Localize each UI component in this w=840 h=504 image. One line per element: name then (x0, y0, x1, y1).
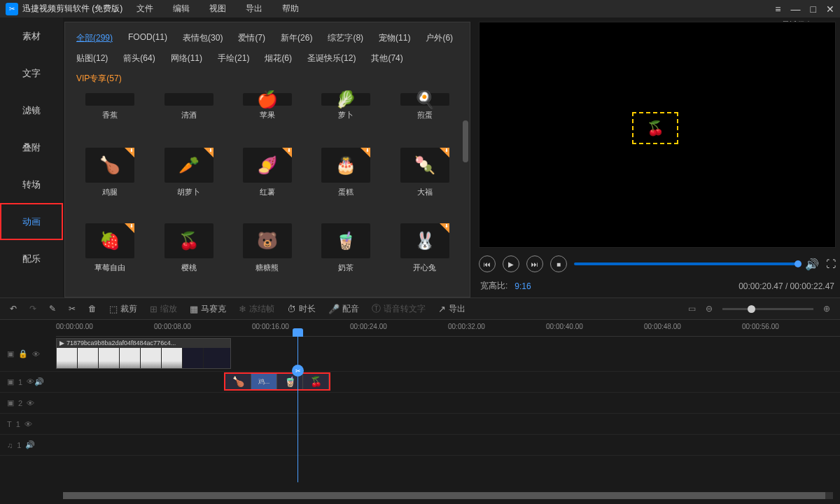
category-tab[interactable]: 综艺字(8) (328, 32, 363, 44)
sidebar-item-animation[interactable]: 动画 (0, 203, 63, 240)
asset-item[interactable]: 🍒樱桃 (155, 223, 222, 294)
audio-track-icon: ♫ (7, 441, 13, 449)
fullscreen-icon[interactable]: ⛶ (826, 258, 836, 270)
close-icon[interactable]: ✕ (826, 4, 834, 15)
category-tab[interactable]: 表情包(30) (183, 32, 223, 44)
delete-button[interactable]: 🗑 (88, 304, 97, 314)
category-tab[interactable]: 贴图(12) (76, 52, 108, 64)
asset-item[interactable]: 🍡大福 (391, 148, 458, 218)
sidebar-item-music[interactable]: 配乐 (0, 240, 63, 277)
track-controls-icon[interactable]: 👁 (24, 420, 32, 428)
cut-button[interactable]: ✂ (69, 304, 76, 314)
redo-button[interactable]: ↷ (29, 304, 36, 314)
asset-item[interactable]: 🥬萝卜 (312, 93, 379, 142)
video-clip[interactable]: ▶71879bca9b8ba2daf04f8484ac776c4... (56, 338, 231, 369)
next-frame-button[interactable]: ⏭ (526, 255, 543, 272)
ruler-tick: 00:00:00.00 (56, 323, 93, 330)
download-badge-icon (360, 148, 370, 158)
anim-clip-2[interactable]: 鸡... (251, 374, 277, 389)
category-tab[interactable]: VIP专享(57) (76, 73, 122, 85)
asset-item[interactable]: 🧋奶茶 (312, 223, 379, 294)
fit-icon[interactable]: ▭ (688, 304, 696, 314)
asset-thumb-icon: 🥕 (178, 155, 200, 175)
sidebar-item-text[interactable]: 文字 (0, 55, 63, 92)
menu-file[interactable]: 文件 (136, 3, 153, 15)
asset-item[interactable]: 清酒 (155, 93, 222, 142)
dub-button[interactable]: 🎤配音 (328, 303, 359, 315)
track-controls-icon[interactable]: 👁🔊 (27, 377, 44, 386)
category-tab[interactable]: 宠物(11) (379, 32, 410, 44)
stop-button[interactable]: ■ (550, 255, 567, 272)
asset-thumb-icon: 🍠 (257, 155, 278, 175)
assets-scrollbar[interactable] (463, 120, 468, 162)
zoom-out-icon[interactable]: ⊖ (706, 304, 713, 314)
eye-icon[interactable]: 👁 (32, 350, 40, 358)
maximize-icon[interactable]: □ (811, 4, 816, 15)
aspect-value[interactable]: 9:16 (514, 281, 531, 291)
menu-view[interactable]: 视图 (209, 3, 226, 15)
category-tab[interactable]: 新年(26) (281, 32, 312, 44)
anim-clip-4[interactable]: 🍒 (303, 374, 329, 389)
category-tab[interactable]: 手绘(21) (218, 52, 249, 64)
asset-item[interactable]: 🍓草莓自由 (76, 223, 144, 294)
mosaic-button[interactable]: ▦马赛克 (190, 303, 226, 315)
asset-thumb-icon: 🐰 (414, 231, 435, 251)
play-button[interactable]: ▶ (503, 255, 519, 272)
category-tab[interactable]: 箭头(64) (123, 52, 155, 64)
zoom-in-icon[interactable]: ⊕ (823, 304, 830, 314)
track-controls-icon[interactable]: 👁 (27, 399, 34, 407)
freeze-button[interactable]: ❄冻结帧 (239, 303, 274, 315)
sidebar-item-material[interactable]: 素材 (0, 18, 63, 55)
asset-item[interactable]: 香蕉 (76, 93, 144, 142)
minimize-icon[interactable]: — (791, 4, 801, 15)
menu-edit[interactable]: 编辑 (173, 3, 190, 15)
category-tab[interactable]: 其他(74) (371, 52, 402, 64)
sidebar-item-overlay[interactable]: 叠附 (0, 129, 63, 166)
asset-item[interactable]: 🍠红薯 (234, 148, 301, 218)
timeline-scrollbar[interactable] (63, 492, 833, 499)
asset-item[interactable]: 🍳煎蛋 (391, 93, 458, 142)
ruler-tick: 00:00:40.00 (546, 323, 583, 330)
prev-frame-button[interactable]: ⏮ (479, 255, 496, 272)
download-badge-icon (282, 148, 292, 158)
asset-item[interactable]: 🐰开心兔 (391, 223, 458, 294)
menu-export[interactable]: 导出 (246, 3, 262, 15)
category-tab[interactable]: 烟花(6) (265, 52, 292, 64)
asset-label: 苹果 (260, 110, 275, 120)
hamburger-icon[interactable]: ≡ (775, 4, 780, 15)
anim-clip-group[interactable]: 🍗 鸡... 🧋 🍒 (224, 372, 330, 391)
undo-button[interactable]: ↶ (10, 304, 17, 314)
export-button[interactable]: ↗导出 (438, 303, 465, 315)
menu-help[interactable]: 帮助 (282, 3, 299, 15)
lock-icon[interactable]: 🔒 (18, 349, 28, 358)
category-tab[interactable]: 户外(6) (426, 32, 453, 44)
sidebar-item-filter[interactable]: 滤镜 (0, 92, 63, 129)
asset-thumb-icon: 🍳 (414, 90, 435, 109)
stt-button[interactable]: Ⓣ语音转文字 (372, 302, 426, 315)
scale-button[interactable]: ⊞缩放 (150, 303, 177, 315)
category-tab[interactable]: FOOD(11) (128, 32, 167, 44)
volume-icon[interactable]: 🔊 (805, 258, 819, 271)
anim-clip-1[interactable]: 🍗 (225, 374, 251, 389)
category-tab[interactable]: 圣诞快乐(12) (307, 52, 356, 64)
aspect-label: 宽高比: (480, 280, 507, 292)
crop-button[interactable]: ⬚裁剪 (109, 303, 137, 315)
asset-item[interactable]: 🐻糖糖熊 (234, 223, 301, 294)
category-tab[interactable]: 网络(11) (171, 52, 202, 64)
sidebar-item-transition[interactable]: 转场 (0, 166, 63, 203)
ruler[interactable]: 00:00:00.0000:00:08.0000:00:16.0000:00:2… (56, 320, 840, 337)
category-tab[interactable]: 全部(299) (76, 32, 113, 44)
asset-item[interactable]: 🎂蛋糕 (312, 148, 379, 218)
selection-box[interactable]: 🍒 (632, 112, 678, 144)
category-tab[interactable]: 爱情(7) (238, 32, 265, 44)
playhead[interactable] (298, 334, 298, 482)
duration-button[interactable]: ⏱时长 (287, 303, 316, 315)
zoom-slider[interactable] (722, 308, 813, 310)
asset-item[interactable]: 🥕胡萝卜 (155, 148, 222, 218)
asset-item[interactable]: 🍎苹果 (234, 93, 301, 142)
edit-button[interactable]: ✎ (49, 304, 56, 314)
track-controls-icon[interactable]: 🔊 (25, 440, 35, 449)
preview-canvas[interactable]: 🍒 (479, 22, 836, 248)
progress-bar[interactable] (574, 262, 798, 265)
asset-item[interactable]: 🍗鸡腿 (76, 148, 144, 218)
